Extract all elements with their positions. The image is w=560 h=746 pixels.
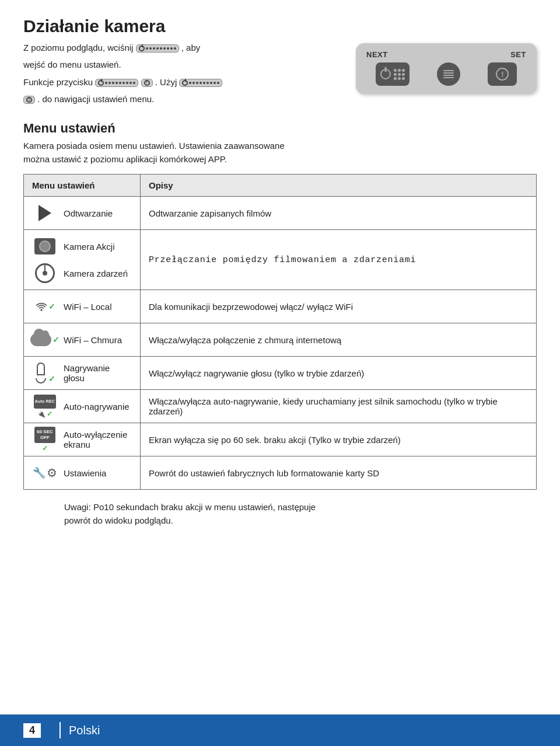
menu-label-camera-events: Kamera zdarzeń bbox=[64, 269, 128, 278]
intro-text: Z poziomu podglądu, wciśnij , aby wejść … bbox=[23, 41, 344, 109]
section-title: Menu ustawień bbox=[23, 121, 537, 136]
power-grid-btn-inline3 bbox=[179, 79, 222, 87]
warning-btn-inline2: ! bbox=[23, 96, 35, 104]
menu-item-play: Odtwarzanie bbox=[32, 203, 132, 224]
power-grid-btn-inline bbox=[136, 44, 179, 53]
cloud-icon-wrap: ✓ bbox=[32, 329, 58, 350]
power-grid-btn-inline2 bbox=[95, 79, 138, 87]
settings-icon-wrap: 🔧 ⚙ bbox=[32, 462, 58, 483]
cloud-icon bbox=[30, 333, 51, 346]
autorec-check-icon: ✓ bbox=[47, 410, 52, 418]
footer-divider bbox=[60, 722, 61, 738]
autooff-icon-wrap: 60 SEC OFF ✓ bbox=[32, 429, 58, 450]
gear-icon: ⚙ bbox=[47, 466, 57, 480]
camera-action-icon-wrap bbox=[32, 236, 58, 257]
menu-label-wifi-local: WiFi – Local bbox=[64, 302, 112, 312]
power-icon bbox=[380, 69, 391, 79]
table-desc-autooff: Ekran wyłącza się po 60 sek. braku akcji… bbox=[141, 423, 537, 456]
wrench-icon: 🔧 bbox=[33, 466, 46, 479]
menu-item-autooff: 60 SEC OFF ✓ Auto-wyłączenie ekranu bbox=[32, 429, 132, 450]
mic-check-icon: ✓ bbox=[48, 374, 55, 384]
menu-label-autorec: Auto-nagrywanie bbox=[64, 402, 130, 412]
autorec-icon: Auto REC bbox=[34, 395, 56, 409]
menu-label-settings: Ustawienia bbox=[64, 468, 106, 478]
table-desc-autorec: Włącza/wyłącza auto-nagrywanie, kiedy ur… bbox=[141, 390, 537, 423]
play-icon-wrap bbox=[32, 203, 58, 224]
play-icon bbox=[38, 205, 51, 221]
power-grid-button[interactable] bbox=[376, 62, 410, 86]
menu-item-wifi-cloud: ✓ WiFi – Chmura bbox=[32, 329, 132, 350]
table-row: Odtwarzanie Odtwarzanie zapisanych filmó… bbox=[24, 197, 537, 230]
steering-wheel-icon bbox=[35, 263, 55, 283]
speaker-button bbox=[437, 62, 460, 86]
table-row: ✓ Nagrywanie głosu Włącz/wyłącz nagrywan… bbox=[24, 357, 537, 390]
wifi-check-icon: ✓ bbox=[48, 302, 55, 311]
menu-item-voice: ✓ Nagrywanie głosu bbox=[32, 362, 132, 384]
table-row: 60 SEC OFF ✓ Auto-wyłączenie ekranu Ekra… bbox=[24, 423, 537, 456]
menu-label-camera-action: Kamera Akcji bbox=[64, 242, 115, 252]
table-row: Kamera Akcji Kamera zdarzeń Przełączanie… bbox=[24, 230, 537, 290]
cloud-check-icon: ✓ bbox=[52, 335, 60, 344]
intro-line1: Z poziomu podglądu, wciśnij bbox=[23, 43, 133, 53]
section-desc: Kamera posiada osiem menu ustawień. Usta… bbox=[23, 140, 537, 166]
wifi-local-icon-wrap: ✓ bbox=[32, 296, 58, 317]
camera-events-icon-wrap bbox=[32, 263, 58, 284]
intro-line2: wejść do menu ustawień. bbox=[23, 58, 344, 71]
menu-item-wifi-local: ✓ WiFi – Local bbox=[32, 296, 132, 317]
settings-icon: 🔧 ⚙ bbox=[33, 466, 57, 480]
table-desc-voice: Włącz/wyłącz nagrywanie głosu (tylko w t… bbox=[141, 357, 537, 390]
menu-label-voice: Nagrywanie głosu bbox=[64, 363, 132, 383]
table-desc-play: Odtwarzanie zapisanych filmów bbox=[141, 197, 537, 230]
table-row: Auto REC 🔌 ✓ Auto-nagrywanie Włącza/wyłą… bbox=[24, 390, 537, 423]
menu-label-wifi-cloud: WiFi – Chmura bbox=[64, 335, 122, 345]
page-language: Polski bbox=[69, 724, 100, 737]
autorec-icon-wrap: Auto REC 🔌 ✓ bbox=[32, 396, 58, 417]
60sec-icon: 60 SEC OFF bbox=[34, 427, 55, 443]
grid-dots bbox=[394, 69, 405, 80]
table-row: ✓ WiFi – Local Dla komunikacji bezprzewo… bbox=[24, 290, 537, 323]
table-desc-wifi-cloud: Włącza/wyłącza połączenie z chmurą inter… bbox=[141, 323, 537, 357]
device-illustration: NEXT SET bbox=[356, 43, 537, 94]
autooff-check-icon: ✓ bbox=[42, 444, 48, 452]
page-number: 4 bbox=[23, 723, 41, 738]
intro-line3b: . Użyj bbox=[155, 77, 177, 87]
menu-label-autooff: Auto-wyłączenie ekranu bbox=[64, 430, 132, 449]
table-desc-wifi-local: Dla komunikacji bezprzewodowej włącz/ wy… bbox=[141, 290, 537, 323]
warning-btn-inline: ! bbox=[141, 79, 153, 87]
page-footer: 4 Polski bbox=[0, 714, 560, 746]
menu-item-cameras: Kamera Akcji Kamera zdarzeń bbox=[32, 236, 132, 284]
table-row: ✓ WiFi – Chmura Włącza/wyłącza połączeni… bbox=[24, 323, 537, 357]
mic-icon-wrap: ✓ bbox=[32, 362, 58, 384]
table-desc-settings: Powrót do ustawień fabrycznych lub forma… bbox=[141, 456, 537, 490]
intro-line3: Funkcje przycisku bbox=[23, 77, 93, 87]
device-next-label: NEXT bbox=[366, 50, 388, 59]
intro-line1b: , aby bbox=[181, 43, 201, 53]
table-row: 🔧 ⚙ Ustawienia Powrót do ustawień fabryc… bbox=[24, 456, 537, 490]
camera-action-icon bbox=[34, 238, 55, 255]
page-title: Działanie kamera bbox=[23, 16, 537, 36]
footer-note: Uwagi: Po10 sekundach braku akcji w menu… bbox=[23, 500, 537, 528]
svg-point-0 bbox=[40, 309, 42, 311]
menu-item-label: Odtwarzanie bbox=[64, 208, 113, 218]
wifi-icon: ✓ bbox=[34, 298, 55, 315]
circle-exclamation-icon: ! bbox=[496, 68, 509, 81]
menu-item-settings: 🔧 ⚙ Ustawienia bbox=[32, 462, 132, 483]
table-header-desc: Opisy bbox=[141, 175, 537, 197]
speaker-lines bbox=[443, 70, 454, 78]
device-set-label: SET bbox=[510, 50, 526, 59]
settings-table: Menu ustawień Opisy Odtwarzanie Odtwarza… bbox=[23, 174, 537, 490]
menu-item-autorec: Auto REC 🔌 ✓ Auto-nagrywanie bbox=[32, 396, 132, 417]
intro-line4: . do nawigacji ustawień menu. bbox=[37, 94, 154, 104]
table-desc-cameras: Przełączanie pomiędzy filmowaniem a zdar… bbox=[141, 230, 537, 290]
set-button[interactable]: ! bbox=[488, 62, 517, 86]
table-header-menu: Menu ustawień bbox=[24, 175, 141, 197]
